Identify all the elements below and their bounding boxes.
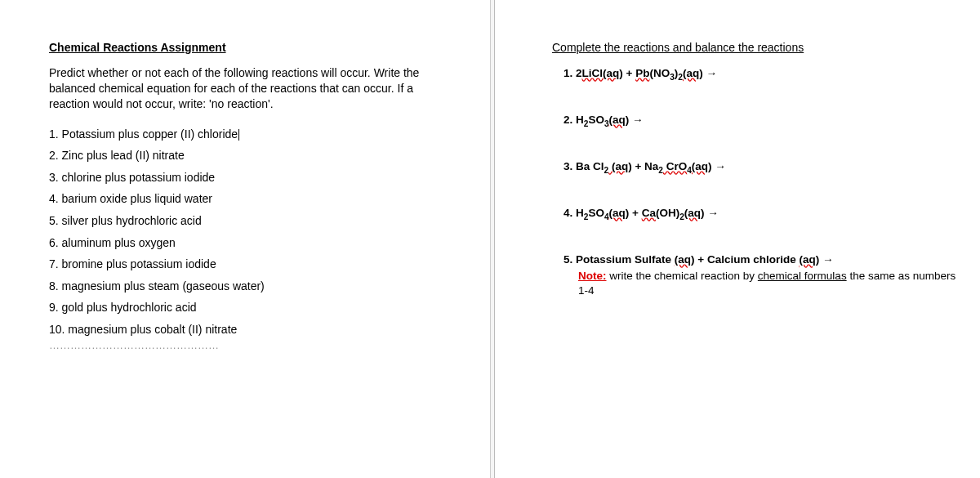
question-2: 2. Zinc plus lead (II) nitrate: [49, 145, 441, 167]
question-7: 7. bromine plus potassium iodide: [49, 253, 441, 275]
question-6: 6. aluminum plus oxygen: [49, 232, 441, 254]
eq-text: ) →: [626, 114, 644, 126]
eq-text: 1. 2: [564, 67, 582, 79]
eq-text: CrO: [663, 160, 687, 172]
note-text: write the chemical reaction by: [607, 270, 758, 282]
question-10: 10. magnesium plus cobalt (II) nitrate: [49, 319, 441, 341]
question-text: 1. Potassium plus copper (II) chloride: [49, 127, 238, 141]
eq-text: ) →: [816, 253, 834, 266]
eq-text: (aq: [684, 207, 701, 219]
equation-5: 5. Potassium Sulfate (aq) + Calcium chlo…: [552, 253, 964, 298]
eq-text: (aq: [675, 253, 691, 266]
equation-1: 1. 2LiCl(aq) + Pb(NO3)2(aq) →: [552, 67, 964, 79]
eq-text: 5. Potassium Sulfate: [564, 253, 675, 266]
eq-text: ) + Na: [628, 160, 658, 172]
eq-text: Ca: [642, 207, 656, 219]
eq-text: ) →: [701, 207, 719, 219]
eq-text: Pb: [635, 67, 649, 79]
eq-text: ) →: [699, 67, 717, 79]
eq-text: SO: [588, 207, 604, 219]
instructions-text: Predict whether or not each of the follo…: [49, 65, 441, 112]
eq-text: (NO: [649, 67, 670, 79]
right-page: Complete the reactions and balance the r…: [495, 0, 980, 478]
eq-text: ) +: [626, 207, 642, 219]
eq-text: ) + Calcium chloride: [691, 253, 799, 266]
question-9: 9. gold plus hydrochloric acid: [49, 297, 441, 319]
question-5: 5. silver plus hydrochloric acid: [49, 210, 441, 232]
question-1: 1. Potassium plus copper (II) chloride: [49, 123, 441, 145]
dotted-separator: …………………………………………: [49, 339, 441, 351]
eq-text: (OH): [656, 207, 679, 219]
left-page: Chemical Reactions Assignment Predict wh…: [0, 0, 490, 478]
text-cursor: [238, 129, 239, 141]
page-container: Chemical Reactions Assignment Predict wh…: [0, 0, 980, 478]
right-title: Complete the reactions and balance the r…: [552, 41, 964, 54]
question-8: 8. magnesium plus steam (gaseous water): [49, 275, 441, 297]
eq-text: ) →: [708, 160, 726, 172]
eq-text: LiCl(aq: [582, 67, 620, 79]
assignment-title: Chemical Reactions Assignment: [49, 41, 441, 54]
equation-list: 1. 2LiCl(aq) + Pb(NO3)2(aq) → 2. H2SO3(a…: [552, 67, 964, 298]
eq-text: 3. Ba Cl: [564, 160, 604, 172]
equation-4: 4. H2SO4(aq) + Ca(OH)2(aq) →: [552, 207, 964, 219]
eq-text: 4. H: [564, 207, 584, 219]
eq-text: ) +: [619, 67, 635, 79]
eq-text: SO: [588, 114, 604, 126]
question-3: 3. chlorine plus potassium iodide: [49, 167, 441, 189]
question-list: 1. Potassium plus copper (II) chloride 2…: [49, 123, 441, 341]
eq-text: (aq: [608, 160, 628, 172]
eq-text: (aq: [609, 114, 626, 126]
eq-text: (aq: [683, 67, 699, 79]
equation-3: 3. Ba Cl2 (aq) + Na2 CrO4(aq) →: [552, 160, 964, 172]
eq-text: (aq: [692, 160, 708, 172]
note-label: Note:: [578, 270, 607, 282]
eq-text: (aq: [799, 253, 815, 266]
eq-text: (aq: [609, 207, 626, 219]
equation-5-note: Note: write the chemical reaction by che…: [578, 269, 964, 298]
question-4: 4. barium oxide plus liquid water: [49, 188, 441, 210]
eq-text: 2. H: [564, 114, 584, 126]
note-text: chemical formulas: [758, 270, 847, 282]
equation-2: 2. H2SO3(aq) →: [552, 114, 964, 126]
